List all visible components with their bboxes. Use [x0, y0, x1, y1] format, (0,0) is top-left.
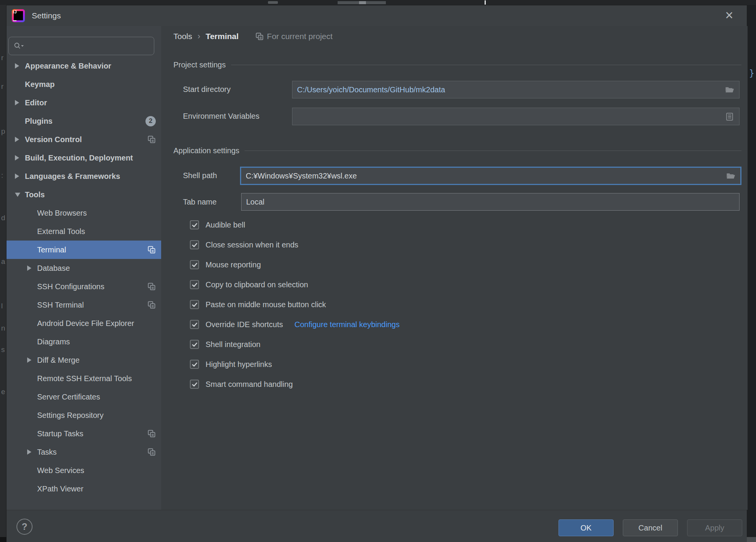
sidebar-item-diff-merge[interactable]: Diff & Merge [7, 351, 161, 369]
ok-button[interactable]: OK [558, 519, 614, 536]
option-row-mouse-reporting: Mouse reporting [190, 255, 400, 275]
start-directory-value: C:/Users/yoich/Documents/GitHub/mk2data [297, 85, 725, 94]
background-text-fragment: l [1, 302, 3, 310]
start-directory-input[interactable]: C:/Users/yoich/Documents/GitHub/mk2data [292, 81, 740, 98]
chevron-down-icon[interactable] [15, 193, 23, 197]
breadcrumb-terminal: Terminal [206, 32, 238, 41]
checkbox-checked[interactable] [190, 300, 199, 309]
sidebar-item-xpath-viewer[interactable]: XPath Viewer [7, 480, 161, 498]
help-button[interactable]: ? [16, 519, 33, 535]
chevron-right-icon[interactable] [27, 265, 35, 271]
sidebar-item-label: Editor [25, 98, 47, 107]
per-project-icon [147, 448, 156, 456]
cancel-button[interactable]: Cancel [623, 519, 678, 536]
sidebar-item-tools[interactable]: Tools [7, 185, 161, 204]
sidebar-item-label: Tools [25, 190, 45, 199]
sidebar-item-settings-repository[interactable]: Settings Repository [7, 406, 161, 424]
checkmark-icon [191, 381, 198, 388]
sidebar-item-diagrams[interactable]: Diagrams [7, 332, 161, 351]
option-label[interactable]: Mouse reporting [206, 260, 261, 269]
sidebar-item-ssh-terminal[interactable]: SSH Terminal [7, 296, 161, 314]
settings-search-box[interactable] [8, 37, 154, 55]
background-text-fragment: s [1, 346, 5, 354]
option-label[interactable]: Smart command handling [206, 380, 293, 389]
tab-name-input[interactable]: Local [241, 193, 740, 211]
option-label[interactable]: Highlight hyperlinks [206, 360, 272, 369]
sidebar-item-server-certificates[interactable]: Server Certificates [7, 388, 161, 406]
chevron-right-icon[interactable] [15, 174, 23, 179]
option-row-override-ide-shortcuts: Override IDE shortcutsConfigure terminal… [190, 314, 400, 334]
sidebar-item-terminal[interactable]: Terminal [7, 241, 161, 259]
sidebar-item-web-browsers[interactable]: Web Browsers [7, 204, 161, 222]
section-application-settings: Application settings [173, 146, 741, 155]
checkbox-checked[interactable] [190, 360, 199, 369]
folder-open-icon[interactable] [725, 85, 735, 94]
sidebar-item-label: Server Certificates [37, 393, 100, 401]
option-label[interactable]: Override IDE shortcuts [206, 320, 283, 329]
option-label[interactable]: Audible bell [206, 221, 245, 229]
sidebar-item-label: Appearance & Behavior [25, 62, 111, 70]
sidebar-item-startup-tasks[interactable]: Startup Tasks [7, 424, 161, 443]
background-scrollbar-fragment [359, 1, 366, 4]
chevron-right-icon[interactable] [27, 449, 35, 455]
option-row-highlight-hyperlinks: Highlight hyperlinks [190, 354, 400, 374]
environment-variables-label: Environment Variables [183, 112, 260, 121]
checkmark-icon [191, 262, 198, 268]
option-label[interactable]: Close session when it ends [206, 241, 298, 249]
sidebar-item-label: XPath Viewer [37, 485, 83, 493]
sidebar-item-label: Languages & Frameworks [25, 172, 120, 181]
sidebar-item-tasks[interactable]: Tasks [7, 443, 161, 461]
checkbox-checked[interactable] [190, 340, 199, 349]
sidebar-item-build-execution-deployment[interactable]: Build, Execution, Deployment [7, 149, 161, 167]
chevron-right-icon[interactable] [27, 357, 35, 363]
configure-terminal-keybindings-link[interactable]: Configure terminal keybindings [294, 320, 400, 329]
checkbox-checked[interactable] [190, 260, 199, 269]
option-label[interactable]: Paste on middle mouse button click [206, 300, 326, 309]
section-rule [231, 65, 741, 65]
option-label[interactable]: Shell integration [206, 340, 260, 349]
chevron-right-icon[interactable] [15, 63, 23, 69]
dialog-footer: ? OK Cancel Apply [7, 510, 747, 542]
background-ide-top-strip [0, 0, 756, 5]
sidebar-item-plugins[interactable]: Plugins2 [7, 112, 161, 130]
search-icon [13, 42, 25, 50]
list-icon[interactable] [725, 112, 735, 121]
apply-button[interactable]: Apply [687, 519, 742, 536]
sidebar-item-web-services[interactable]: Web Services [7, 461, 161, 480]
sidebar-item-keymap[interactable]: Keymap [7, 75, 161, 93]
chevron-right-icon[interactable] [15, 100, 23, 105]
checkbox-checked[interactable] [190, 220, 199, 229]
sidebar-item-android-device-file-explorer[interactable]: Android Device File Explorer [7, 314, 161, 332]
search-input[interactable] [28, 42, 143, 50]
checkmark-icon [191, 321, 198, 328]
folder-open-icon[interactable] [726, 172, 736, 180]
option-row-smart-command-handling: Smart command handling [190, 374, 400, 394]
breadcrumb-tools[interactable]: Tools [173, 32, 192, 41]
sidebar-item-appearance-behavior[interactable]: Appearance & Behavior [7, 57, 161, 75]
chevron-right-icon[interactable] [15, 137, 23, 142]
dialog-title: Settings [32, 11, 61, 20]
option-row-audible-bell: Audible bell [190, 215, 400, 235]
background-fragment [485, 0, 486, 5]
sidebar-item-label: Plugins [25, 117, 52, 126]
sidebar-item-remote-ssh-external-tools[interactable]: Remote SSH External Tools [7, 369, 161, 388]
sidebar-item-editor[interactable]: Editor [7, 93, 161, 112]
checkbox-checked[interactable] [190, 240, 199, 249]
breadcrumb-separator: › [198, 31, 200, 41]
checkmark-icon [191, 341, 198, 348]
shell-path-input[interactable]: C:¥Windows¥System32¥wsl.exe [240, 167, 741, 185]
close-icon[interactable]: × [722, 8, 737, 23]
checkbox-checked[interactable] [190, 320, 199, 329]
sidebar-item-ssh-configurations[interactable]: SSH Configurations [7, 277, 161, 296]
sidebar-item-database[interactable]: Database [7, 259, 161, 277]
sidebar-item-external-tools[interactable]: External Tools [7, 222, 161, 241]
option-label[interactable]: Copy to clipboard on selection [206, 280, 308, 289]
sidebar-item-version-control[interactable]: Version Control [7, 130, 161, 149]
environment-variables-input[interactable] [292, 108, 740, 125]
settings-content: Tools › Terminal For current project Pro… [161, 26, 748, 510]
checkbox-checked[interactable] [190, 280, 199, 289]
checkbox-checked[interactable] [190, 380, 199, 389]
chevron-right-icon[interactable] [15, 155, 23, 160]
sidebar-item-languages-frameworks[interactable]: Languages & Frameworks [7, 167, 161, 185]
scope-indicator: For current project [255, 32, 333, 41]
